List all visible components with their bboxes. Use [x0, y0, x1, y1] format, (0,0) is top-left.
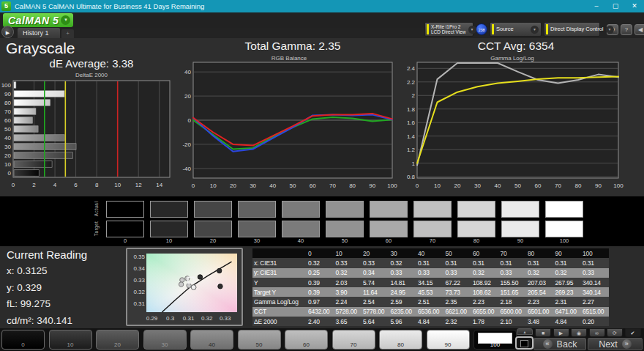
pattern-button-80[interactable]: 80	[379, 330, 422, 350]
meter-dropdown[interactable]: X-Rite i1Pro 2 LCD Direct View ▼	[424, 22, 473, 37]
meter-count-badge[interactable]: 238	[476, 23, 487, 35]
pattern-button-label: 80	[380, 341, 422, 348]
cct-average-value: CCT Avg: 6354	[402, 40, 629, 53]
loop-button[interactable]: ∞	[589, 328, 605, 337]
svg-text:2.4: 2.4	[407, 65, 416, 72]
table-cell: 340.14	[581, 287, 609, 297]
svg-text:10: 10	[4, 161, 11, 168]
pattern-button-0[interactable]: 0	[1, 330, 45, 350]
rgb-balance-line-chart: -40-20020400102030405060708090100	[179, 60, 398, 196]
svg-text:90: 90	[4, 91, 11, 97]
pattern-button-40[interactable]: 40	[190, 330, 233, 350]
table-cell: 0.33	[334, 258, 362, 267]
top-toolbar: X-Rite i1Pro 2 LCD Direct View ▼ 238 Sou…	[424, 22, 644, 37]
table-cell: 0.31	[444, 258, 472, 267]
pattern-button-20[interactable]: 20	[96, 330, 139, 350]
tab-history-1[interactable]: History 1	[18, 28, 60, 38]
target-row-label: Target	[94, 216, 101, 241]
table-cell: 0.39	[307, 278, 334, 287]
table-cell: 2.24	[334, 297, 362, 306]
confirm-button[interactable]: ✔	[625, 328, 641, 337]
current-reading-value: fL: 99.275	[7, 296, 87, 313]
pattern-button-60[interactable]: 60	[285, 330, 328, 350]
table-row: Y0.392.035.7414.8134.1567.22108.92155.50…	[252, 278, 609, 287]
pattern-button-30[interactable]: 30	[143, 330, 187, 350]
svg-text:70: 70	[555, 182, 561, 189]
table-column-header: 60	[471, 248, 499, 258]
table-cell: 0.33	[416, 268, 444, 278]
svg-text:1.4: 1.4	[407, 133, 416, 140]
table-cell: 2.18	[499, 297, 527, 306]
minimize-button[interactable]: –	[587, 0, 606, 12]
table-cell: 2.51	[416, 297, 444, 306]
maximize-button[interactable]: ▢	[606, 0, 625, 12]
target-swatch-80	[457, 221, 495, 237]
svg-text:1.2: 1.2	[407, 147, 416, 153]
table-row-label: CCT	[252, 307, 307, 317]
chevron-down-icon: ▼	[531, 26, 539, 34]
table-cell: 3.48	[526, 317, 554, 326]
svg-text:20: 20	[4, 152, 11, 159]
help-button[interactable]: ?	[621, 24, 632, 35]
calman-logo-menu[interactable]: CalMAN 5 ▼	[3, 13, 73, 27]
svg-text:80: 80	[349, 182, 356, 189]
table-cell: 207.03	[526, 278, 554, 287]
app-icon: 5	[1, 1, 11, 11]
back-button[interactable]: « Back	[533, 338, 586, 350]
svg-text:40: 40	[495, 182, 501, 189]
svg-text:40: 40	[269, 182, 276, 189]
measure-control-buttons: ■▶◉∞⟳✔	[535, 328, 641, 337]
table-cell: 6500.00	[499, 307, 527, 317]
target-swatch-30	[238, 221, 276, 237]
svg-text:0.31: 0.31	[183, 315, 195, 322]
table-cell: 2.10	[499, 317, 527, 326]
svg-text:0.33: 0.33	[133, 277, 145, 284]
svg-text:10: 10	[210, 182, 217, 189]
table-cell: 6471.00	[554, 307, 582, 317]
source-dropdown[interactable]: Source ▼	[490, 22, 542, 37]
table-cell: 0.32	[389, 258, 417, 267]
strip-level-label: 0	[106, 237, 144, 244]
eject-button[interactable]: ▲	[517, 328, 533, 335]
table-row: y: CIE310.250.320.340.330.330.330.320.33…	[252, 268, 609, 278]
pattern-button-label: 30	[144, 341, 186, 348]
pattern-button-100[interactable]: 100	[473, 330, 517, 350]
svg-text:1.6: 1.6	[407, 119, 416, 126]
svg-text:50: 50	[290, 182, 296, 189]
play-button[interactable]: ▶	[553, 328, 569, 337]
display-control-label: Direct Display Control	[550, 23, 604, 36]
titlebar: 5 CalMAN 5 CalMAN Ultimate for Business …	[0, 0, 644, 12]
pattern-button-10[interactable]: 10	[49, 330, 92, 350]
pattern-control-bar: 0102030405060708090100 ▲ ■▶◉∞⟳✔ « Back N…	[0, 328, 644, 351]
next-button[interactable]: Next »	[588, 338, 643, 350]
collapse-panel-button[interactable]: ◀	[634, 24, 644, 35]
add-tab-button[interactable]: +	[61, 29, 74, 38]
close-button[interactable]: ✕	[625, 0, 644, 12]
page-title: Grayscale	[6, 40, 75, 57]
table-cell: 0.33	[389, 268, 417, 278]
stop-button[interactable]: ■	[535, 328, 551, 337]
pattern-window-button[interactable]	[515, 336, 533, 350]
refresh-button[interactable]: ⟳	[607, 328, 623, 337]
svg-text:10: 10	[434, 182, 441, 189]
table-column-header: 20	[362, 248, 389, 258]
display-control-dropdown[interactable]: Direct Display Control ▼	[544, 22, 600, 37]
tab-menu-button[interactable]: ▶	[1, 26, 14, 38]
pattern-button-label: 60	[285, 341, 327, 348]
table-cell: 14.81	[389, 278, 417, 287]
table-cell: 6235.00	[389, 307, 417, 317]
pattern-button-70[interactable]: 70	[332, 330, 375, 350]
table-cell: 4.84	[554, 317, 582, 326]
back-chevron-icon: «	[543, 339, 553, 349]
table-row-label: y: CIE31	[252, 268, 307, 278]
svg-text:10: 10	[114, 182, 121, 188]
pattern-button-90[interactable]: 90	[427, 330, 470, 350]
pattern-button-50[interactable]: 50	[238, 330, 281, 350]
table-cell: 5728.00	[334, 307, 362, 317]
actual-swatch-70	[413, 201, 452, 218]
measure-button[interactable]: ◉	[571, 328, 587, 337]
pattern-button-label: 0	[2, 341, 44, 348]
window-title: CalMAN 5 CalMAN Ultimate for Business 41…	[15, 2, 587, 10]
table-cell: 6655.00	[471, 307, 499, 317]
table-row: CCT6432.005728.005778.006235.006536.0066…	[252, 307, 609, 317]
